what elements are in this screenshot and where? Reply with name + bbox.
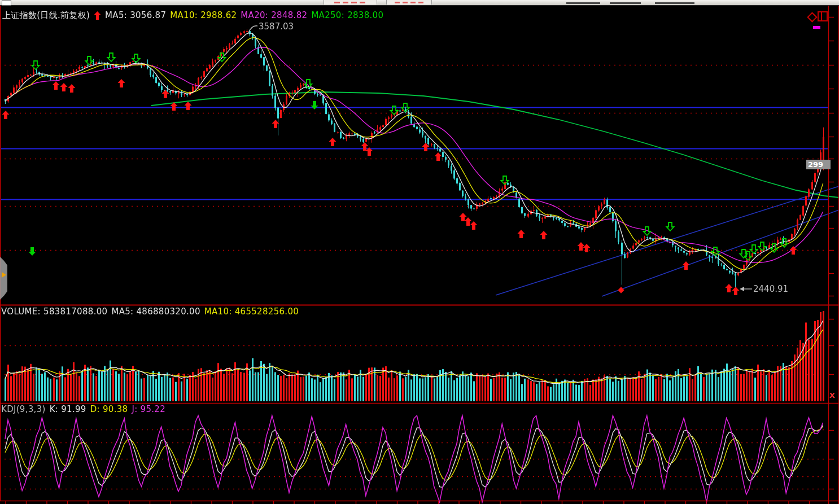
close-pane-icon[interactable]: X [829,391,835,400]
toolbar-text-fragment [655,2,694,4]
kdj-name: KDJ(9,3,3) [1,405,46,414]
app-icon[interactable] [2,0,11,6]
latest-price-tag: 299 [806,160,831,169]
main-pane-header: 上证指数(日线.前复权) MA5: 3056.87 MA10: 2988.62 … [2,11,383,20]
up-arrow-icon [94,11,101,20]
low-price-label: 2440.91 [753,284,788,294]
toolbar-text-fragment [566,2,600,4]
volume-ma5-value: MA5: 486880320.00 [111,307,200,317]
peak-price-label: 3587.03 [259,21,294,32]
trading-app-window: { "main_pane": { "title": "上证指数(日线.前复权)"… [0,0,839,504]
ma20-value: MA20: 2848.82 [241,11,307,20]
toolbar-text-fragment [610,2,641,4]
kdj-j-value: J: 95.22 [132,405,165,414]
volume-value: VOLUME: 583817088.00 [1,307,107,317]
sidebar-expand-arrow-icon[interactable] [2,272,6,278]
kdj-pane-header: KDJ(9,3,3) K: 91.99 D: 90.38 J: 95.22 [1,405,165,414]
toolbar-button-1[interactable] [324,0,377,5]
top-toolbar [0,0,839,6]
kdj-k-value: K: 91.99 [50,405,86,414]
window-layout-icon[interactable] [818,11,828,21]
ma5-value: MA5: 3056.87 [105,11,166,20]
symbol-title: 上证指数(日线.前复权) [2,11,90,20]
volume-ma10-value: MA10: 465528256.00 [204,307,299,317]
ma10-value: MA10: 2988.62 [170,11,237,20]
magenta-dash-icon [813,26,820,29]
price-chart-canvas[interactable] [0,0,839,504]
ma250-value: MA250: 2838.00 [311,11,383,20]
volume-pane-header: VOLUME: 583817088.00 MA5: 486880320.00 M… [1,307,299,317]
toolbar-button-2[interactable] [386,0,432,5]
kdj-d-value: D: 90.38 [90,405,128,414]
